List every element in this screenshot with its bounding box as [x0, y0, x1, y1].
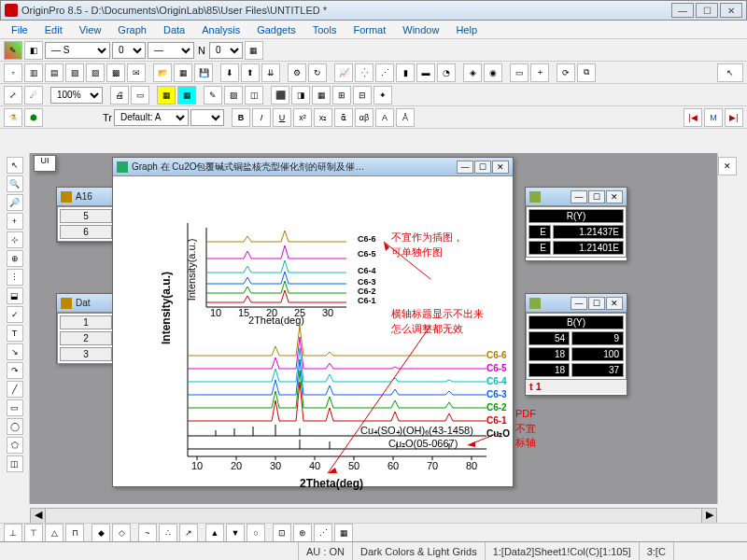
- duplicate-button[interactable]: ⧉: [577, 63, 596, 82]
- zoom-in-tool[interactable]: 🔍: [7, 175, 23, 192]
- line-plot-button[interactable]: 📈: [334, 63, 353, 82]
- import-wizard-button[interactable]: ⬇: [220, 63, 239, 82]
- merge-button[interactable]: ✦: [374, 86, 392, 105]
- slide-button[interactable]: ▦: [157, 86, 176, 105]
- open-button[interactable]: 📂: [153, 63, 172, 82]
- palette-button[interactable]: ▦: [245, 41, 263, 60]
- polar-button[interactable]: ⊛: [293, 524, 312, 542]
- pointer-tool[interactable]: ↖: [7, 157, 23, 174]
- superscript-button[interactable]: x²: [293, 108, 312, 127]
- arrow-tool[interactable]: ↘: [7, 343, 23, 360]
- region-roi-tool[interactable]: ◫: [7, 455, 23, 472]
- graph-max-button[interactable]: ☐: [474, 161, 491, 174]
- draw-data-tool[interactable]: ✓: [7, 306, 23, 323]
- line-symbol-button[interactable]: ⋰: [375, 63, 394, 82]
- workbook-by[interactable]: —☐✕ B(Y) 549 18100 1837 t 1: [525, 293, 627, 396]
- image-plot-button[interactable]: ▦: [334, 524, 353, 542]
- extract-button[interactable]: ⊟: [353, 86, 372, 105]
- layer3-button[interactable]: ▦: [312, 86, 331, 105]
- new-matrix-button[interactable]: ▨: [86, 63, 105, 82]
- marker-m-button[interactable]: M: [704, 108, 723, 127]
- layer4-button[interactable]: ⊞: [332, 86, 351, 105]
- ternary-button[interactable]: △: [45, 524, 63, 542]
- by-close-button[interactable]: ✕: [606, 297, 623, 310]
- scroll-right-button[interactable]: ▶: [701, 509, 716, 524]
- add-layer-button[interactable]: ☄: [24, 86, 43, 105]
- open-excel-button[interactable]: ▦: [174, 63, 192, 82]
- graph-min-button[interactable]: —: [457, 161, 473, 174]
- menu-view[interactable]: View: [72, 22, 109, 37]
- text-tool[interactable]: T: [7, 325, 23, 342]
- rect-tool[interactable]: ▭: [7, 399, 23, 416]
- new-workbook-button[interactable]: ▥: [24, 63, 43, 82]
- line-style-select[interactable]: — S: [45, 42, 110, 59]
- mask-button[interactable]: ▨: [224, 86, 243, 105]
- layer1-button[interactable]: ⬛: [271, 86, 289, 105]
- angstrom-button[interactable]: Å: [396, 108, 415, 127]
- layer2-button[interactable]: ◨: [291, 86, 310, 105]
- subscript-button[interactable]: x₂: [314, 108, 332, 127]
- edit-range-button[interactable]: ✎: [204, 86, 222, 105]
- line-tool[interactable]: ╱: [7, 381, 23, 398]
- print-preview-button[interactable]: ▭: [131, 86, 149, 105]
- line-series-button[interactable]: ~: [138, 524, 157, 542]
- new-layout-button[interactable]: ▩: [106, 63, 125, 82]
- import-single-button[interactable]: ⬆: [241, 63, 260, 82]
- print-button[interactable]: 🖨: [110, 86, 129, 105]
- rescale-button[interactable]: ⤢: [4, 86, 22, 105]
- recalc-button[interactable]: ↻: [308, 63, 327, 82]
- batch-button[interactable]: ⚙: [288, 63, 306, 82]
- font-select[interactable]: Default: A: [114, 109, 189, 126]
- curved-arrow-tool[interactable]: ↷: [7, 362, 23, 379]
- minimize-button[interactable]: —: [671, 3, 694, 18]
- 3d-wire-button[interactable]: ◇: [112, 524, 131, 542]
- draw-button[interactable]: ◫: [245, 86, 263, 105]
- new-project-button[interactable]: ▫: [4, 63, 22, 82]
- zoom-select[interactable]: 100%: [50, 87, 103, 104]
- scatter-plot-button[interactable]: ⁛: [355, 63, 374, 82]
- candlestick-button[interactable]: ⊤: [24, 524, 43, 542]
- region-tool[interactable]: ⋮: [7, 269, 23, 286]
- by-sheet-tab[interactable]: t 1: [526, 380, 627, 393]
- screen-reader-tool[interactable]: ⊹: [7, 231, 23, 248]
- menu-analysis[interactable]: Analysis: [194, 22, 247, 37]
- ry-min-button[interactable]: —: [571, 190, 587, 203]
- add-plot-button[interactable]: ＋: [530, 63, 549, 82]
- import-multi-button[interactable]: ⇊: [261, 63, 280, 82]
- bold-button[interactable]: B: [232, 108, 250, 127]
- new-excel-button[interactable]: ▤: [45, 63, 63, 82]
- new-graph-button[interactable]: ▧: [65, 63, 84, 82]
- underline-button[interactable]: U: [273, 108, 291, 127]
- menu-graph[interactable]: Graph: [110, 22, 154, 37]
- scatter-series-button[interactable]: ∴: [159, 524, 177, 542]
- menu-edit[interactable]: Edit: [37, 22, 70, 37]
- area-button[interactable]: ▲: [205, 524, 224, 542]
- polygon-tool[interactable]: ⬠: [7, 437, 23, 454]
- ry-max-button[interactable]: ☐: [588, 190, 605, 203]
- template-button[interactable]: ▭: [510, 63, 529, 82]
- contour-button[interactable]: ◉: [484, 63, 502, 82]
- box-chart-button[interactable]: ⊡: [273, 524, 291, 542]
- 3d-surface-button[interactable]: ◆: [92, 524, 110, 542]
- ui-marker-window[interactable]: UI: [34, 155, 56, 172]
- menu-data[interactable]: Data: [156, 22, 192, 37]
- workbook-a16[interactable]: A16 56: [56, 187, 116, 243]
- ry-close-button[interactable]: ✕: [606, 190, 623, 203]
- new-notes-button[interactable]: ✉: [127, 63, 146, 82]
- column-plot-button[interactable]: ▮: [396, 63, 415, 82]
- font-size-select[interactable]: [190, 109, 224, 126]
- workbook-data[interactable]: Dat 123: [56, 293, 116, 364]
- scroll-left-button[interactable]: ◀: [31, 509, 46, 524]
- marker-end-button[interactable]: ▶|: [725, 108, 743, 127]
- by-min-button[interactable]: —: [571, 297, 587, 310]
- plot-area[interactable]: 10 20 30 40 50 60 70 80 Cu₄(SO₄)(OH)₆(43…: [113, 176, 513, 486]
- bubble-button[interactable]: ○: [247, 524, 265, 542]
- workbook-ry[interactable]: —☐✕ R(Y) E1.21437E E1.21401E: [525, 187, 627, 261]
- marker-start-button[interactable]: |◀: [684, 108, 702, 127]
- symbol-button[interactable]: αβ: [355, 108, 374, 127]
- menu-tools[interactable]: Tools: [305, 22, 345, 37]
- results-button[interactable]: ⬢: [24, 108, 43, 127]
- vector-button[interactable]: ↗: [179, 524, 198, 542]
- refresh-button[interactable]: ⟳: [557, 63, 575, 82]
- data-selector-tool[interactable]: ⊕: [7, 250, 23, 267]
